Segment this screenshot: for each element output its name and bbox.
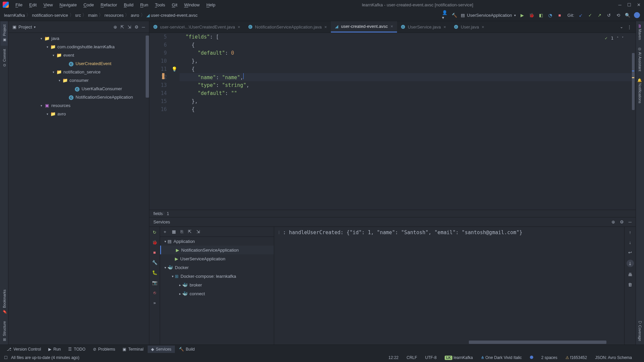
tree-item[interactable]: CNotificationServiceApplication [8,93,149,101]
git-push-icon[interactable]: ↗ [596,12,602,18]
soft-wrap-icon[interactable]: ↩ [628,250,633,255]
service-tree-item[interactable]: ▸🐳connect [160,289,274,298]
code-line[interactable]: }, [180,57,636,65]
menu-git[interactable]: Git [169,1,180,9]
tree-item[interactable]: ▾▣resources [8,101,149,110]
code-line[interactable]: "default": 0 [180,49,636,57]
camera-icon[interactable]: 📷 [152,280,157,285]
status-project[interactable]: LK learnKafka [445,355,473,360]
tool-run[interactable]: ▶Run [45,346,64,353]
tree-item[interactable]: ▾📁consumer [8,76,149,85]
tree-item[interactable]: ▾📁com.codingshuttle.learnKafka [8,43,149,51]
editor-tab[interactable]: CUser.java× [450,21,488,33]
close-tab-icon[interactable]: × [391,24,393,29]
code-line[interactable]: { [180,105,636,113]
rollback-icon[interactable]: ⟲ [615,12,621,18]
menu-file[interactable]: File [13,1,25,9]
coverage-tab[interactable]: 🛡 Coverage [637,317,643,345]
services-console[interactable]: ⁝ : handleUserCreated: {"id": 1, "name":… [274,227,624,345]
git-pull-icon[interactable]: ↙ [578,12,584,18]
breadcrumb-item[interactable]: src [75,13,81,18]
filter-icon[interactable]: ⎘ [181,229,183,234]
code-line[interactable]: }, [180,97,636,105]
run-button[interactable]: ▶ [519,12,525,18]
run-config-dropdown[interactable]: ▤ UserServiceApplication ▾ [461,13,515,18]
rerun-icon[interactable]: ↻ [152,229,157,235]
expand-all-icon[interactable]: ⇱ [120,24,124,30]
select-opened-icon[interactable]: ⊕ [113,24,117,30]
menu-tools[interactable]: Tools [152,1,168,9]
status-theme[interactable]: ⋔ One Dark Vivid Italic [481,355,522,360]
service-tree-item[interactable]: ▶NotificationServiceApplication [160,246,274,254]
notifications-tab[interactable]: 🔔 Notifications [637,74,644,107]
exit-icon[interactable]: ⎋ [152,290,157,295]
breadcrumb-item[interactable]: learnKafka [4,13,25,18]
tool-problems[interactable]: ⊘Problems [90,346,119,353]
tree-item[interactable]: ▾📁event [8,51,149,59]
scroll-up-icon[interactable]: ↑ [628,229,633,235]
maven-tool-tab[interactable]: m Maven [637,21,643,43]
bug-run-icon[interactable]: 🐛 [152,270,157,275]
code-line[interactable]: "type": "string", [180,81,636,89]
history-icon[interactable]: ↺ [606,12,612,18]
account-avatar-icon[interactable] [634,12,640,18]
editor-tab[interactable]: CUserService.java× [397,21,450,33]
clear-icon[interactable]: 🗑 [628,282,633,287]
build-hammer-icon[interactable]: 🔨 [451,12,457,18]
menu-run[interactable]: Run [138,1,151,9]
close-tab-icon[interactable]: × [482,24,484,30]
tool-build[interactable]: 🔨Build [176,346,198,353]
services-settings-icon[interactable]: ⚙ [620,219,624,224]
svc-expand-icon[interactable]: ⇱ [188,229,192,234]
close-tab-icon[interactable]: × [443,24,446,30]
intention-bulb-icon[interactable]: 💡 [171,66,177,72]
search-icon[interactable]: 🔍 [625,12,631,18]
user-icon[interactable]: 👤▾ [442,12,448,18]
services-hide-icon[interactable]: ─ [629,219,632,224]
minimize-button[interactable]: ─ [617,2,623,7]
status-encoding[interactable]: UTF-8 [425,355,437,360]
breadcrumb-item[interactable]: main [88,13,97,18]
tree-item[interactable]: ▾📁java [8,34,149,43]
editor-tab[interactable]: Cuser-service\...\UserCreatedEvent.java× [149,21,244,33]
code-line[interactable]: "default": "" [180,89,636,97]
service-tree-item[interactable]: ▾⊞Docker-compose: learnkafka [160,272,274,280]
editor-tab[interactable]: CNotificationServiceApplication.java× [244,21,331,33]
settings-icon[interactable]: ⚙ [135,24,139,30]
git-commit-icon[interactable]: ✓ [587,12,593,18]
tool-todo[interactable]: ☰TODO [65,346,89,353]
services-debug-icon[interactable]: 🐞 [152,240,157,245]
tree-item[interactable]: CUserCreatedEvent [8,59,149,68]
grid-icon[interactable]: ▦ [172,229,176,234]
status-commit[interactable]: ⚠ f1653452 [565,355,587,360]
menu-view[interactable]: View [41,1,55,9]
maximize-button[interactable]: ☐ [627,2,632,7]
menu-navigate[interactable]: Navigate [57,1,79,9]
stop-button[interactable]: ■ [557,12,563,18]
close-tab-icon[interactable]: × [325,24,327,30]
services-target-icon[interactable]: ⊕ [611,219,615,224]
structure-tool-tab[interactable]: ⊞Structure [1,318,8,345]
tree-item[interactable]: CUserKafkaConsumer [8,85,149,93]
breadcrumb-item[interactable]: notification-service [32,13,68,18]
code-line[interactable]: "fields": [ [180,33,636,41]
debug-button[interactable]: 🐞 [529,12,535,18]
tree-item[interactable]: ▾📁notification_service [8,68,149,76]
tool-terminal[interactable]: ▣Terminal [119,346,147,353]
coverage-button[interactable]: ◧ [538,12,544,18]
profile-button[interactable]: ◔ [547,12,553,18]
tree-item[interactable]: ▾📁avro [8,110,149,118]
tool-services[interactable]: ◆Services [148,346,175,353]
code-line[interactable]: { [180,65,636,73]
tool-version-control[interactable]: ⎇Version Control [3,346,44,353]
scroll-end-icon[interactable]: ⤓ [627,260,634,267]
status-mem-dot[interactable] [530,355,533,360]
scroll-down-icon[interactable]: ↓ [628,240,633,245]
menu-refactor[interactable]: Refactor [98,1,120,9]
breadcrumb-item[interactable]: ◢ user-created-event.avsc [146,13,198,18]
tab-dropdown-icon[interactable]: ⌄ [620,24,623,29]
menu-build[interactable]: Build [121,1,136,9]
tree-scrollbar[interactable] [146,36,149,98]
sync-icon[interactable]: ☐ [4,355,8,360]
code-line[interactable]: { [180,41,636,49]
